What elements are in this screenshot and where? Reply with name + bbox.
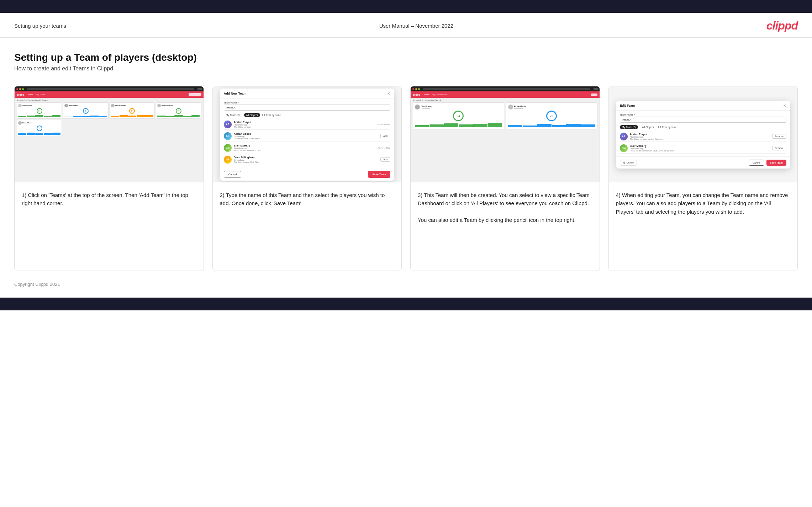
edit-player-list: AP Adrian Player Plus HandicapThe Shire … [620, 132, 786, 154]
bar-20 [191, 115, 200, 117]
edit-player-row-1: AP Adrian Player Plus HandicapThe Shire … [620, 132, 786, 142]
edit-filter-checkbox[interactable] [658, 126, 661, 128]
dialog-close-icon[interactable]: ✕ [387, 91, 390, 96]
team-player-avatar-2 [508, 105, 513, 110]
t-dot-r [412, 88, 414, 90]
players-count-label: Showing 5 of 5 players from All Players [17, 99, 201, 101]
remove-player-btn-1[interactable]: Remove [772, 134, 786, 139]
team-bar-chart-2 [508, 122, 595, 127]
bar-chart-5 [18, 132, 60, 135]
dialog-save-button[interactable]: Save Team [368, 171, 390, 178]
t-bar-5 [473, 124, 487, 127]
player-card-1: Adrian Coliba 84 [17, 102, 62, 119]
player-header-1: Adrian Coliba [18, 104, 60, 107]
player-club-ac: 1 HandicapCentral London Golf Centre [234, 135, 378, 140]
footer: Copyright Clippd 2021 [0, 271, 812, 294]
t-bar-10 [552, 125, 566, 127]
team-player-avatar-1 [415, 105, 420, 110]
bar-7 [73, 116, 81, 117]
bar-25 [52, 133, 60, 135]
player-avatar-bm: BM [224, 144, 232, 152]
remove-player-btn-2[interactable]: Remove [772, 146, 786, 150]
card-1: clippd Home My Teams Showing 5 of 5 play… [14, 86, 204, 271]
team-nav-teams: My Performance [432, 94, 447, 96]
card-3-text: 3) This Team will then be created. You c… [411, 182, 600, 271]
bar-15 [145, 115, 153, 117]
player-card-2: Blair McHarg 0 [63, 102, 108, 119]
player-info-4: Dave Billingham 5 HandicapThe Dog Maging… [234, 156, 378, 163]
nav-teams: My Teams [36, 94, 45, 96]
edit-dialog-body: Team Name * Team A My Team (2) All Playe… [616, 111, 790, 156]
edit-save-button[interactable]: Save Team [766, 160, 786, 166]
team-name-input[interactable]: Team A [224, 105, 390, 111]
add-player-btn-1[interactable]: Add [380, 134, 390, 138]
card-2: Add New Team ✕ Team Name * Team A My Tea… [212, 86, 402, 271]
team-player-info-2: Richard Butler Plus Handicap [514, 105, 526, 109]
edit-player-row-2: BM Blair McHarg Plus HandicapRoyal North… [620, 143, 786, 154]
tab-all-players[interactable]: All Players [244, 113, 260, 117]
t-dot-y [415, 88, 417, 90]
tab-my-team[interactable]: My Team (2) [224, 113, 242, 117]
player-card-4: Dave Billingham 78 [156, 102, 201, 119]
header: Setting up your teams User Manual – Nove… [0, 13, 812, 38]
team-nav-home: Home [424, 94, 429, 96]
player-name-ap: Adrian Player [234, 121, 375, 124]
player-score-1: 84 [37, 108, 42, 114]
add-player-btn-4[interactable]: Add [380, 157, 390, 162]
delete-label: Delete [627, 161, 634, 164]
player-header-2: Blair McHarg [64, 104, 107, 107]
player-name-4: Dave Billingham [162, 105, 173, 107]
t-bar-12 [581, 124, 595, 127]
player-avatar-3 [111, 104, 115, 107]
bar-9 [90, 116, 98, 117]
team-name-label: Team Name * [224, 101, 390, 104]
edit-tab-all-players[interactable]: All Players [640, 125, 656, 129]
card-2-screenshot: Add New Team ✕ Team Name * Team A My Tea… [213, 86, 402, 182]
nav-logo: clippd [17, 94, 24, 96]
t-url-bar [423, 88, 590, 90]
players-grid: Adrian Coliba 84 [17, 102, 201, 119]
player-added-badge-1: Player Added [378, 123, 390, 126]
card-1-text: 1) Click on 'Teams' at the top of the sc… [15, 182, 204, 271]
dialog-cancel-button[interactable]: Cancel [224, 171, 241, 178]
player-score-3: 94 [129, 108, 135, 114]
player-card-5: Richard Butler 72 [17, 120, 62, 136]
bar-16 [157, 116, 165, 117]
edit-filter-label: Filter by name [662, 126, 677, 128]
edit-dialog-close-icon[interactable]: ✕ [783, 103, 786, 108]
edit-tab-my-team[interactable]: My Team (2) [620, 125, 638, 129]
card-2-text: 2) Type the name of this Team and then s… [213, 182, 402, 271]
player-name-5: Richard Butler [22, 122, 32, 124]
card-4-screenshot: Edit Team ✕ Team Name * Team A My Team (… [609, 86, 798, 182]
top-bar [0, 0, 812, 13]
edit-cancel-button[interactable]: Cancel [749, 160, 764, 166]
bar-2 [27, 116, 35, 117]
filter-checkbox[interactable] [262, 114, 265, 116]
delete-team-button[interactable]: 🗑 Delete [620, 160, 637, 166]
dot-yellow [19, 88, 21, 90]
browser-bar [15, 86, 204, 91]
card-4-text: 4) When editing your Team, you can chang… [609, 182, 798, 271]
t-bar-8 [523, 126, 537, 127]
card-3-screenshot: clippd Home My Performance Showing 2 of … [411, 86, 600, 182]
bar-24 [44, 133, 52, 135]
cards-row: clippd Home My Teams Showing 5 of 5 play… [14, 86, 798, 271]
card-3: clippd Home My Performance Showing 2 of … [410, 86, 600, 271]
player-header-5: Richard Butler [18, 121, 60, 125]
main-content: Setting up a Team of players (desktop) H… [0, 38, 812, 271]
team-edit-icon [591, 94, 597, 96]
player-header-4: Dave Billingham [157, 104, 200, 107]
nav-bar: clippd Home My Teams [15, 91, 204, 98]
edit-player-name-bm: Blair McHarg [630, 144, 770, 148]
team-score-area-1: 94 [415, 111, 502, 121]
card-3-text-1: 3) This Team will then be created. You c… [418, 192, 590, 206]
dialog-title: Add New Team [224, 92, 247, 95]
team-player-name-1: Blair McHarg [421, 105, 432, 107]
player-header-3: Dave Billingham [111, 104, 153, 107]
team-player-club-2: Plus Handicap [514, 107, 526, 109]
dialog-player-row-3: BM Blair McHarg Plus HandicapRoyal North… [224, 143, 390, 153]
bar-11 [111, 116, 119, 117]
t-bar-6 [488, 123, 502, 127]
edit-team-name-input[interactable]: Team A [620, 117, 786, 123]
team-dashboard-mock: clippd Home My Performance Showing 2 of … [411, 86, 600, 182]
